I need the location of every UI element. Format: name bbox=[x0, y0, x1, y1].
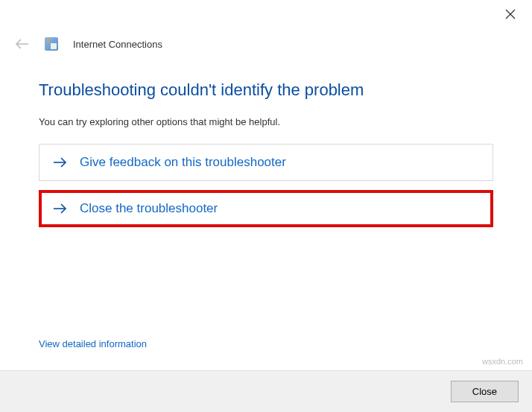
page-heading: Troubleshooting couldn't identify the pr… bbox=[39, 80, 493, 100]
option-give-feedback[interactable]: Give feedback on this troubleshooter bbox=[39, 144, 493, 181]
arrow-right-icon bbox=[53, 203, 68, 215]
view-detailed-information-link[interactable]: View detailed information bbox=[39, 338, 147, 349]
arrow-right-icon bbox=[53, 156, 68, 168]
window-title: Internet Connections bbox=[73, 39, 162, 50]
close-icon[interactable] bbox=[502, 6, 519, 22]
page-description: You can try exploring other options that… bbox=[39, 116, 493, 127]
content-area: Troubleshooting couldn't identify the pr… bbox=[0, 51, 532, 227]
option-label: Give feedback on this troubleshooter bbox=[80, 155, 286, 170]
footer: Close bbox=[0, 370, 532, 412]
watermark: wsxdn.com bbox=[482, 357, 523, 366]
header: Internet Connections bbox=[0, 30, 532, 51]
titlebar bbox=[0, 0, 532, 30]
option-label: Close the troubleshooter bbox=[80, 201, 218, 216]
close-button[interactable]: Close bbox=[451, 381, 519, 402]
back-arrow-icon bbox=[15, 39, 30, 49]
troubleshooter-icon bbox=[45, 37, 58, 51]
option-close-troubleshooter[interactable]: Close the troubleshooter bbox=[39, 190, 493, 227]
